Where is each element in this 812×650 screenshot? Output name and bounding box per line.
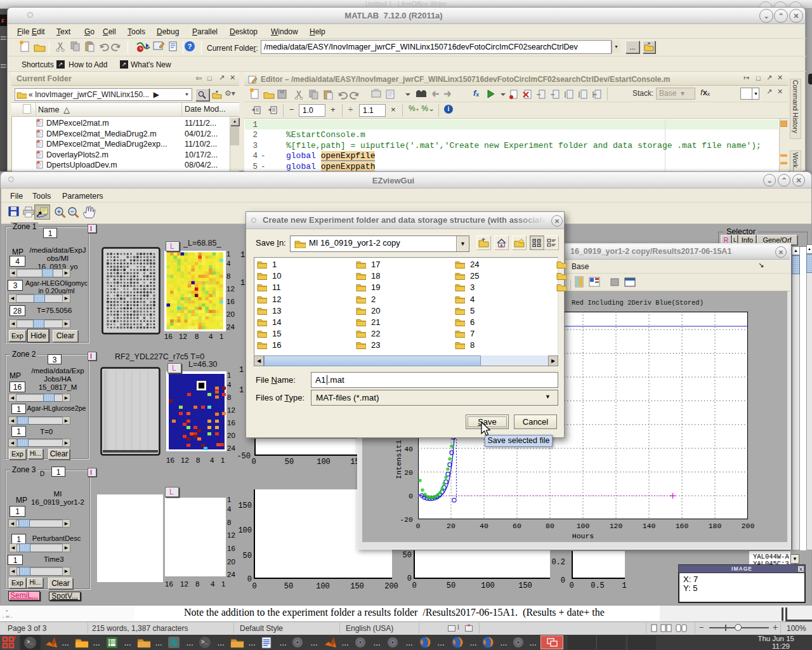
svg-text:−: − (70, 208, 74, 215)
svg-text:+: + (57, 208, 61, 215)
svg-text:?: ? (188, 43, 192, 50)
